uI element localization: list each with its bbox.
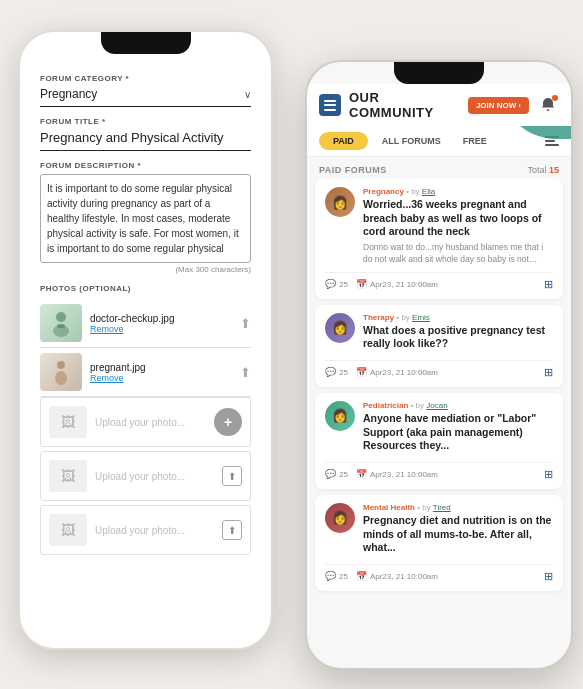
comment-count-4: 25 — [339, 572, 348, 581]
right-phone-notch — [394, 62, 484, 84]
forum-card-4[interactable]: 👩 Mental Health • by Tired Pregnancy die… — [315, 495, 563, 591]
card-by-3: • by — [411, 401, 427, 410]
svg-rect-2 — [57, 324, 65, 328]
card-top-4: 👩 Mental Health • by Tired Pregnancy die… — [325, 503, 553, 558]
upload-button-2[interactable]: ⬆ — [222, 466, 242, 486]
card-action-icon-3[interactable]: ⊞ — [544, 468, 553, 481]
paid-forums-label: PAID FORUMS — [319, 165, 387, 175]
card-footer-4: 💬 25 📅 Apr23, 21 10:00am ⊞ — [325, 564, 553, 583]
menu-icon[interactable] — [319, 94, 341, 116]
upload-placeholder-text-2: Upload your photo... — [95, 471, 214, 482]
calendar-icon-1: 📅 — [356, 279, 367, 289]
date-text-1: Apr23, 21 10:00am — [370, 280, 438, 289]
svg-point-3 — [57, 361, 65, 369]
avatar-3: 👩 — [325, 401, 355, 431]
forum-card-3[interactable]: 👩 Pediatrician • by Jocan Anyone have me… — [315, 393, 563, 489]
upload-placeholder-icon-3: 🖼 — [49, 514, 87, 546]
date-text-2: Apr23, 21 10:00am — [370, 368, 438, 377]
photo-info-1: doctor-checkup.jpg Remove — [90, 313, 232, 334]
card-category-3: Pediatrician — [363, 401, 408, 410]
card-body-3: Pediatrician • by Jocan Anyone have medi… — [363, 401, 553, 456]
card-action-icon-1[interactable]: ⊞ — [544, 278, 553, 291]
card-top-2: 👩 Therapy • by Emis What does a positive… — [325, 313, 553, 354]
card-footer-2: 💬 25 📅 Apr23, 21 10:00am ⊞ — [325, 360, 553, 379]
comment-icon-1: 💬 — [325, 279, 336, 289]
photo-thumb-1 — [40, 304, 82, 342]
category-dropdown[interactable]: Pregnancy ∨ — [40, 87, 251, 107]
forum-card-2[interactable]: 👩 Therapy • by Emis What does a positive… — [315, 305, 563, 387]
card-action-icon-2[interactable]: ⊞ — [544, 366, 553, 379]
card-by-1: • by — [406, 187, 422, 196]
comment-count-3: 25 — [339, 470, 348, 479]
doctor-icon — [47, 309, 75, 337]
category-label: FORUM CATEGORY * — [40, 74, 251, 83]
upload-button-3[interactable]: ⬆ — [222, 520, 242, 540]
menu-bar-2 — [324, 104, 336, 106]
upload-arrow-1[interactable]: ⬆ — [240, 316, 251, 331]
svg-point-5 — [59, 374, 67, 384]
card-author-4[interactable]: Tired — [433, 503, 451, 512]
paid-forums-header: PAID FORUMS Total 15 — [307, 157, 571, 179]
photo-remove-2[interactable]: Remove — [90, 373, 232, 383]
photo-thumb-2-bg — [40, 353, 82, 391]
comment-count-1: 25 — [339, 280, 348, 289]
card-action-icon-4[interactable]: ⊞ — [544, 570, 553, 583]
tab-paid[interactable]: PAID — [319, 132, 368, 150]
card-date-3: 📅 Apr23, 21 10:00am — [356, 469, 438, 479]
card-meta-1: Pregnancy • by Ella — [363, 187, 553, 196]
notification-bell[interactable] — [537, 94, 559, 116]
upload-placeholder-text-1: Upload your photo... — [95, 417, 206, 428]
photo-thumb-2 — [40, 353, 82, 391]
card-author-1[interactable]: Ella — [422, 187, 435, 196]
title-input[interactable]: Pregnancy and Physical Activity — [40, 130, 251, 151]
date-text-4: Apr23, 21 10:00am — [370, 572, 438, 581]
date-text-3: Apr23, 21 10:00am — [370, 470, 438, 479]
avatar-2: 👩 — [325, 313, 355, 343]
upload-arrow-2[interactable]: ⬆ — [240, 365, 251, 380]
calendar-icon-4: 📅 — [356, 571, 367, 581]
calendar-icon-3: 📅 — [356, 469, 367, 479]
left-phone-content: FORUM CATEGORY * Pregnancy ∨ FORUM TITLE… — [20, 54, 271, 648]
card-by-4: • by — [417, 503, 433, 512]
card-body-2: Therapy • by Emis What does a positive p… — [363, 313, 553, 354]
card-title-3: Anyone have mediation or "Labor" Support… — [363, 412, 553, 453]
header-title: OUR COMMUNITY — [349, 90, 460, 120]
calendar-icon-2: 📅 — [356, 367, 367, 377]
card-date-2: 📅 Apr23, 21 10:00am — [356, 367, 438, 377]
comment-icon-3: 💬 — [325, 469, 336, 479]
upload-placeholder-1[interactable]: 🖼 Upload your photo... + — [40, 397, 251, 447]
card-author-2[interactable]: Emis — [412, 313, 430, 322]
card-footer-1: 💬 25 📅 Apr23, 21 10:00am ⊞ — [325, 272, 553, 291]
tab-free[interactable]: FREE — [455, 132, 495, 150]
svg-point-0 — [56, 312, 66, 322]
card-comments-3: 💬 25 — [325, 469, 348, 479]
card-title-4: Pregnancy diet and nutrition is on the m… — [363, 514, 553, 555]
photo-filename-2: pregnant.jpg — [90, 362, 232, 373]
card-date-4: 📅 Apr23, 21 10:00am — [356, 571, 438, 581]
desc-text: It is important to do some regular physi… — [47, 183, 239, 254]
menu-bar-1 — [324, 100, 336, 102]
photos-label: PHOTOS (OPTIONAL) — [40, 284, 251, 293]
card-author-3[interactable]: Jocan — [426, 401, 447, 410]
card-meta-2: Therapy • by Emis — [363, 313, 553, 322]
forum-cards-scroll[interactable]: 👩 Pregnancy • by Ella Worried...36 weeks… — [307, 179, 571, 668]
card-meta-4: Mental Health • by Tired — [363, 503, 553, 512]
comment-icon-4: 💬 — [325, 571, 336, 581]
tab-all-forums[interactable]: ALL FORUMS — [374, 132, 449, 150]
photo-thumb-1-bg — [40, 304, 82, 342]
join-now-button[interactable]: JOIN NOW › — [468, 97, 529, 114]
card-footer-3: 💬 25 📅 Apr23, 21 10:00am ⊞ — [325, 462, 553, 481]
join-label: JOIN NOW — [476, 101, 516, 110]
upload-placeholder-2[interactable]: 🖼 Upload your photo... ⬆ — [40, 451, 251, 501]
photo-remove-1[interactable]: Remove — [90, 324, 232, 334]
forum-card-1[interactable]: 👩 Pregnancy • by Ella Worried...36 weeks… — [315, 179, 563, 299]
chevron-down-icon: ∨ — [244, 89, 251, 100]
pregnant-icon — [47, 358, 75, 386]
title-label: FORUM TITLE * — [40, 117, 251, 126]
photo-filename-1: doctor-checkup.jpg — [90, 313, 232, 324]
upload-placeholder-3[interactable]: 🖼 Upload your photo... ⬆ — [40, 505, 251, 555]
right-phone: OUR COMMUNITY JOIN NOW › PAID ALL FORUMS… — [305, 60, 573, 670]
desc-textarea[interactable]: It is important to do some regular physi… — [40, 174, 251, 263]
upload-button-1[interactable]: + — [214, 408, 242, 436]
menu-bar-3 — [324, 109, 336, 111]
